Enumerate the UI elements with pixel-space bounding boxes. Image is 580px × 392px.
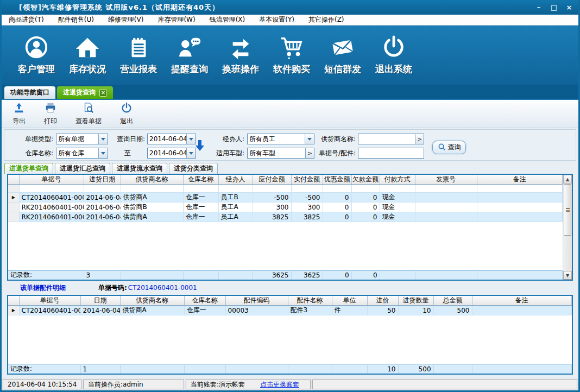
col-header[interactable]: 备注 [477,175,563,185]
menu-stock-mgmt[interactable]: 库存管理(W) [150,15,202,25]
action-label: 导出 [12,117,26,126]
col-header[interactable]: 进价 [367,296,398,306]
tab-purchase-return-query[interactable]: 进退货查询 × [57,86,113,99]
col-header[interactable]: 备注 [472,296,572,306]
scroll-down-icon[interactable]: ▼ [563,271,572,280]
maximize-button[interactable]: □ [548,3,560,12]
filter-row[interactable] [8,185,563,193]
combo-value: 2014-06-04 [148,149,186,157]
tab-close-icon[interactable]: × [99,89,107,97]
reminder-query-button[interactable]: 提醒查询 [168,35,211,75]
export-icon [13,102,25,116]
sms-icon [330,35,355,60]
col-header[interactable]: 进货数量 [398,296,433,306]
scroll-thumb[interactable] [564,184,571,236]
switch-account-link[interactable]: 点击更换账套 [260,380,299,389]
window-controls: – □ × [533,3,575,12]
scroll-track[interactable] [563,184,572,271]
title-bar: [领智]汽车维修管理系统 试用版v6.1（试用期还有40天） – □ × [2,0,578,15]
combo-value: 所有员工 [248,135,305,144]
col-header[interactable]: 单据号 [19,175,84,185]
menu-other-ops[interactable]: 其它操作(Z) [301,15,351,25]
table-row[interactable]: RK2014060401-0001 2014-06-04 1 供货商A 仓库一 … [8,212,563,222]
record-count-bar: 记录数: 1 10 500 [8,364,572,374]
col-header[interactable]: 仓库名称 [184,296,225,306]
software-purchase-button[interactable]: 软件购买 [270,35,313,75]
col-header[interactable]: 供货商名称 [121,175,183,185]
col-header[interactable]: 供货商名称 [120,296,184,306]
chevron-down-icon[interactable] [98,148,108,158]
exit-system-button[interactable]: 退出系统 [372,35,415,75]
subtab-category-query[interactable]: 进货分类查询 [169,163,218,174]
doc-type-combo[interactable]: 所有单据 [56,134,108,144]
toolbtn-label: 库存状况 [69,63,106,75]
lookup-arrow-icon[interactable]: > [415,134,424,144]
business-report-button[interactable]: 营业报表 [117,35,160,75]
customer-mgmt-button[interactable]: 客户管理 [15,35,58,75]
total-debt: 0 [351,270,380,280]
query-button[interactable]: 查询 [432,141,466,154]
exit-button[interactable]: 退出 [120,102,133,126]
table-row[interactable]: ▶ CT2014060401-0001 2014-06-04 1 供货商A 仓库… [8,306,572,315]
date-to-combo[interactable]: 2014-06-04 [147,148,196,159]
menu-parts-sales[interactable]: 配件销售(U) [51,15,101,25]
col-header[interactable]: 单据号 [19,296,80,306]
toolbtn-label: 营业报表 [120,63,157,75]
table-row[interactable]: ▶ CT2014060401-0001 2014-06-04 1 供货商A 仓库… [8,193,563,203]
docno-part-input[interactable] [358,148,424,158]
grid-empty-area [8,315,572,364]
subtab-flow-query[interactable]: 进退货流水查询 [112,163,167,174]
stock-status-button[interactable]: 库存状况 [66,35,109,75]
close-button[interactable]: × [563,3,575,12]
col-header[interactable]: 单位 [332,296,367,306]
sms-broadcast-button[interactable]: 短信群发 [321,35,364,75]
purchase-return-table: 单据号 进货日期 供货商名称 仓库名称 经办人 应付金额 实付金额 优惠金额 欠… [7,174,573,281]
doc-type-label: 单据类型: [4,134,53,144]
chevron-down-icon[interactable] [186,148,196,158]
col-header[interactable]: 配件名称 [288,296,332,306]
col-header[interactable]: 优惠金额 [323,175,351,185]
print-button[interactable]: 打印 [44,102,57,126]
supplier-input[interactable] [358,134,415,144]
view-document-button[interactable]: 查看单据 [75,102,102,126]
menu-repair-mgmt[interactable]: 维修管理(V) [101,15,151,25]
account-label: 当前账套: [191,380,219,389]
col-header[interactable]: 仓库名称 [183,175,218,185]
table-row[interactable]: RK2014060401-0002 2014-06-04 1 供货商B 仓库一 … [8,203,563,212]
col-header[interactable]: 付款方式 [380,175,415,185]
chevron-down-icon[interactable] [186,134,196,144]
minimize-button[interactable]: – [533,3,545,12]
col-header[interactable]: 日期 [80,296,120,306]
col-header[interactable]: 进货日期 [84,175,121,185]
menu-goods-purchase[interactable]: 商品进货(T) [2,15,51,25]
shift-change-button[interactable]: 换班操作 [219,35,262,75]
subtab-summary-query[interactable]: 进退货汇总查询 [55,163,110,174]
tab-function-navigation[interactable]: 功能导航窗口 [4,86,55,99]
menu-bar: 商品进货(T) 配件销售(U) 维修管理(V) 库存管理(W) 钱流管理(X) … [2,15,578,26]
menu-cashflow-mgmt[interactable]: 钱流管理(X) [203,15,253,25]
col-header[interactable]: 欠款金额 [351,175,380,185]
scroll-up-icon[interactable]: ▲ [563,175,572,184]
detail-doc-number: CT2014060401-0001 [128,284,197,292]
col-header[interactable]: 发票号 [415,175,477,185]
power-icon [381,35,406,60]
col-header[interactable]: 经办人 [218,175,253,185]
detail-doc-label: 单据号码: [98,283,127,293]
col-header[interactable]: 配件编码 [225,296,288,306]
toolbtn-label: 软件购买 [273,63,310,75]
chevron-down-icon[interactable] [98,134,108,144]
subtab-doc-query[interactable]: 进退货单查询 [4,163,53,174]
operator-value: admin [123,381,143,388]
operator-label: 当前操作员: [88,380,123,389]
record-count-bar: 记录数: 3 3625 3625 0 0 [8,270,563,280]
reminder-icon [177,35,202,60]
col-header[interactable]: 总金额 [433,296,472,306]
toolbtn-label: 短信群发 [324,63,361,75]
warehouse-combo[interactable]: 所有仓库 [56,148,108,159]
date-from-combo[interactable]: 2014-06-04 [147,134,196,144]
menu-basic-settings[interactable]: 基本设置(Y) [252,15,301,25]
export-button[interactable]: 导出 [12,102,26,126]
supplier-input-wrap: > [358,134,424,144]
col-header[interactable]: 实付金额 [291,175,323,185]
col-header[interactable]: 应付金额 [253,175,291,185]
